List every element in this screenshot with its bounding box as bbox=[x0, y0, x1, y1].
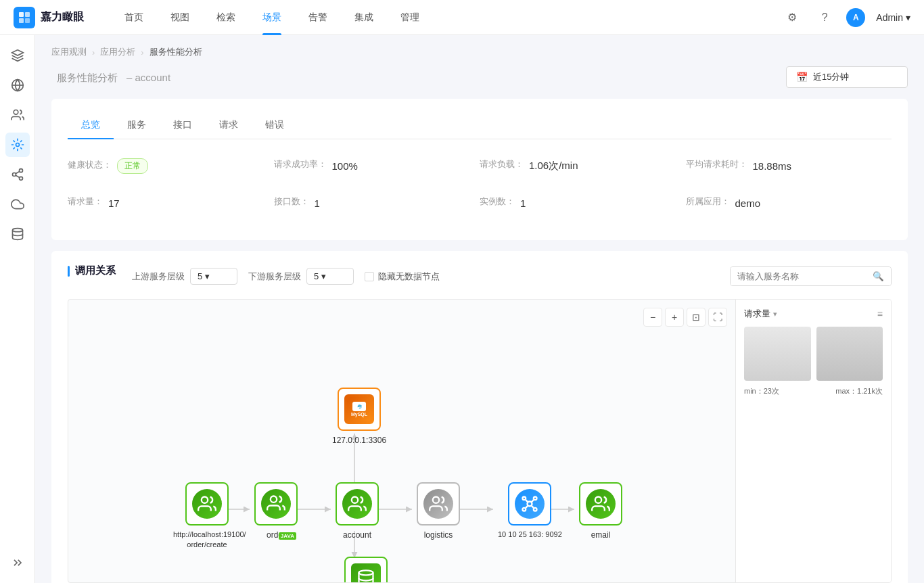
svg-point-24 bbox=[433, 497, 439, 503]
page-header: 服务性能分析 – account 📅 近15分钟 bbox=[51, 66, 908, 88]
topology-search-input[interactable] bbox=[731, 267, 866, 285]
svg-rect-0 bbox=[19, 12, 24, 17]
stat-load: 请求负载： 1.06次/min bbox=[480, 153, 686, 179]
chart-row bbox=[744, 327, 883, 381]
svg-point-9 bbox=[12, 173, 16, 177]
node-account[interactable]: account bbox=[336, 482, 379, 541]
node-order[interactable]: JAVA order bbox=[254, 482, 298, 541]
breadcrumb-app-analysis[interactable]: 应用分析 bbox=[100, 46, 135, 58]
sidebar-topology-icon[interactable] bbox=[5, 162, 30, 187]
nav-view[interactable]: 视图 bbox=[157, 0, 203, 35]
zoom-out-button[interactable]: − bbox=[643, 308, 662, 327]
tab-overview[interactable]: 总览 bbox=[68, 112, 114, 139]
sidebar-layers-icon[interactable] bbox=[5, 43, 30, 68]
node-account-label: account bbox=[343, 530, 371, 541]
admin-menu[interactable]: Admin ▾ bbox=[876, 12, 910, 23]
topology-search-box[interactable]: 🔍 bbox=[730, 266, 892, 286]
hide-nodata-checkbox[interactable] bbox=[365, 272, 374, 281]
downstream-select[interactable]: 5 ▾ bbox=[306, 268, 354, 285]
request-count-value: 17 bbox=[108, 197, 120, 209]
chevron-down-icon: ▾ bbox=[906, 12, 910, 23]
mini-chart-2 bbox=[816, 327, 883, 381]
nav-search[interactable]: 检索 bbox=[203, 0, 249, 35]
node-mysql-box: 🐬 MySQL bbox=[338, 388, 381, 431]
avatar: A bbox=[846, 8, 865, 27]
svg-point-29 bbox=[534, 508, 537, 511]
stat-interface-count: 接口数： 1 bbox=[274, 190, 480, 216]
node-email-box bbox=[579, 482, 622, 526]
sidebar-database-icon[interactable] bbox=[5, 222, 30, 246]
request-count-label: 请求量： bbox=[68, 195, 103, 208]
node-redis[interactable]: 10.11.24.124:6379 bbox=[332, 557, 400, 583]
tab-service[interactable]: 服务 bbox=[114, 112, 160, 139]
svg-point-7 bbox=[16, 143, 19, 147]
redis-node-icon bbox=[351, 563, 381, 583]
sidebar-cloud-icon[interactable] bbox=[5, 192, 30, 216]
stats-grid: 健康状态： 正常 请求成功率： 100% 请求负载： 1.06次/min 平均请… bbox=[68, 153, 892, 179]
breadcrumb-sep1: › bbox=[92, 47, 95, 57]
sidebar-expand-icon[interactable] bbox=[5, 551, 30, 575]
node-logistics-box bbox=[417, 482, 460, 526]
mini-chart-1 bbox=[744, 327, 811, 381]
node-email[interactable]: email bbox=[579, 482, 622, 541]
svg-point-21 bbox=[202, 497, 208, 503]
nav-management[interactable]: 管理 bbox=[387, 0, 433, 35]
tab-error[interactable]: 错误 bbox=[252, 112, 298, 139]
interface-count-label: 接口数： bbox=[274, 195, 309, 208]
kafka-node-icon bbox=[515, 489, 545, 519]
breadcrumb-sep2: › bbox=[141, 47, 143, 57]
sidebar-scene-icon[interactable] bbox=[5, 133, 30, 157]
panel-sort-icon[interactable]: ≡ bbox=[877, 308, 883, 319]
settings-icon[interactable]: ⚙ bbox=[781, 7, 803, 28]
svg-line-33 bbox=[532, 505, 534, 508]
fullscreen-button[interactable]: ⛶ bbox=[708, 308, 727, 327]
page-title: 服务性能分析 – account bbox=[51, 70, 170, 85]
breadcrumb: 应用观测 › 应用分析 › 服务性能分析 bbox=[51, 46, 908, 58]
calendar-icon: 📅 bbox=[796, 72, 808, 83]
breadcrumb-app-observe[interactable]: 应用观测 bbox=[51, 46, 87, 58]
load-value: 1.06次/min bbox=[529, 160, 578, 172]
sidebar-globe-icon[interactable] bbox=[5, 73, 30, 97]
time-selector[interactable]: 📅 近15分钟 bbox=[786, 66, 908, 88]
svg-point-13 bbox=[12, 229, 22, 232]
downstream-label: 下游服务层级 bbox=[248, 271, 301, 283]
load-label: 请求负载： bbox=[480, 158, 524, 170]
nav-home[interactable]: 首页 bbox=[111, 0, 157, 35]
nav-right: ⚙ ? A Admin ▾ bbox=[781, 7, 910, 28]
upstream-label: 上游服务层级 bbox=[132, 271, 185, 283]
node-http[interactable]: http://localhost:19100/order/create bbox=[173, 482, 241, 551]
avg-time-label: 平均请求耗时： bbox=[686, 158, 747, 170]
main-card: 总览 服务 接口 请求 错误 健康状态： 正常 请求成功率： 100% bbox=[51, 99, 908, 240]
node-logistics-label: logistics bbox=[424, 530, 453, 541]
zoom-in-button[interactable]: + bbox=[665, 308, 684, 327]
upstream-select[interactable]: 5 ▾ bbox=[190, 268, 237, 285]
logo[interactable]: 嘉力瞰眼 bbox=[14, 7, 84, 28]
svg-line-32 bbox=[526, 505, 529, 508]
sidebar-user-icon[interactable] bbox=[5, 103, 30, 127]
stat-instance-count: 实例数： 1 bbox=[480, 190, 686, 216]
tab-request[interactable]: 请求 bbox=[206, 112, 252, 139]
node-kafka[interactable]: 10 10 25 163: 9092 bbox=[498, 482, 562, 540]
svg-line-31 bbox=[526, 500, 529, 503]
node-logistics[interactable]: logistics bbox=[417, 482, 460, 541]
tab-interface[interactable]: 接口 bbox=[160, 112, 206, 139]
email-node-icon bbox=[586, 489, 616, 519]
nav-integration[interactable]: 集成 bbox=[341, 0, 387, 35]
svg-point-35 bbox=[359, 570, 373, 575]
topology-header: 调用关系 上游服务层级 5 ▾ 下游服务层级 5 ▾ bbox=[68, 264, 892, 288]
node-mysql[interactable]: 🐬 MySQL 127.0.0.1:3306 bbox=[332, 388, 386, 446]
help-icon[interactable]: ? bbox=[814, 7, 835, 28]
node-account-box bbox=[336, 482, 379, 526]
stats-grid-2: 请求量： 17 接口数： 1 实例数： 1 所属应用： demo bbox=[68, 190, 892, 216]
svg-point-28 bbox=[523, 508, 526, 511]
hide-nodata-label: 隐藏无数据节点 bbox=[378, 271, 440, 283]
nav-alert[interactable]: 告警 bbox=[295, 0, 341, 35]
right-panel: 请求量 ▾ ≡ min：23次 max：1.21k次 bbox=[735, 300, 891, 582]
topology-search-button[interactable]: 🔍 bbox=[866, 267, 891, 285]
fit-view-button[interactable]: ⊡ bbox=[687, 308, 706, 327]
node-kafka-label: 10 10 25 163: 9092 bbox=[498, 530, 562, 540]
nav-scene[interactable]: 场景 bbox=[249, 0, 295, 35]
topology-canvas[interactable]: http://localhost:19100/order/create bbox=[68, 299, 892, 583]
chart-max: max：1.21k次 bbox=[835, 386, 883, 396]
hide-nodata-control[interactable]: 隐藏无数据节点 bbox=[365, 271, 440, 283]
